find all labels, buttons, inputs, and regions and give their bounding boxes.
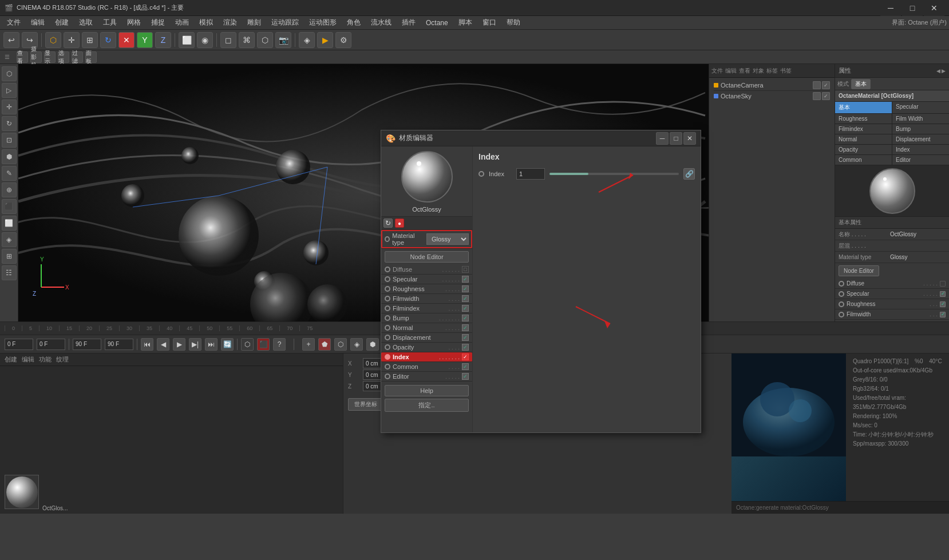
diffuse-check[interactable]	[940, 281, 946, 287]
sky-vis[interactable]	[813, 92, 821, 100]
mat-editor-titlebar[interactable]: 🎨 材质编辑器 ─ □ ✕	[381, 130, 701, 146]
tab-basic[interactable]: 基本	[835, 102, 892, 113]
render-help-btn[interactable]: ?	[273, 338, 286, 351]
render-region-btn[interactable]: ⬡	[241, 338, 254, 351]
add-keyframe-btn[interactable]: +	[302, 338, 315, 351]
anim-edit[interactable]: 编辑	[22, 355, 34, 364]
ch-displacement[interactable]: Displacement ✓	[381, 333, 472, 343]
index-slider[interactable]	[549, 173, 679, 175]
mode-icon-9[interactable]: ⬛	[2, 199, 17, 214]
menu-create[interactable]: 创建	[50, 17, 73, 29]
walk-through-btn[interactable]: ⬢	[366, 338, 379, 351]
ch-filmwidth-check[interactable]: ✓	[462, 295, 469, 302]
menu-help[interactable]: 帮助	[502, 17, 525, 29]
scene-file-btn[interactable]: 文件	[711, 67, 723, 75]
props-roughness-item[interactable]: Roughness . . . ✓	[835, 299, 949, 309]
mat-type-radio[interactable]	[385, 236, 390, 242]
axis-z-tool[interactable]: Z	[155, 32, 171, 48]
mat-assign-btn[interactable]: 指定..	[385, 399, 469, 412]
ch-normal[interactable]: Normal . . . . . ✓	[381, 323, 472, 333]
ch-index[interactable]: Index . . . . . . . ✓	[381, 352, 472, 362]
menu-sculpt[interactable]: 雕刻	[243, 17, 266, 29]
ch-diffuse[interactable]: Diffuse . . . . . . □	[381, 265, 472, 275]
ch-normal-radio[interactable]	[385, 325, 390, 331]
view-btn[interactable]: 查看	[17, 51, 28, 63]
render-btn[interactable]: ▶	[317, 32, 333, 48]
menu-sim[interactable]: 模拟	[195, 17, 218, 29]
sky-check[interactable]: ✓	[822, 92, 830, 100]
scene-view-btn[interactable]: 查看	[739, 67, 750, 75]
mode-icon-3[interactable]: ✛	[2, 100, 17, 114]
scene-obj-btn[interactable]: 对象	[753, 67, 764, 75]
ch-opacity-check[interactable]: ✓	[462, 344, 469, 351]
mode-icon-2[interactable]: ▷	[2, 83, 17, 98]
ch-diffuse-radio[interactable]	[385, 267, 390, 272]
roughness-check[interactable]: ✓	[940, 301, 946, 307]
mode-icon-7[interactable]: ✎	[2, 166, 17, 181]
tab-bump[interactable]: Bump	[892, 124, 949, 134]
mat-thumbnail[interactable]	[5, 475, 39, 509]
nurbs-tool[interactable]: ⌘	[239, 32, 255, 48]
mat-editor-maximize[interactable]: □	[670, 132, 682, 145]
display-tool[interactable]: ◈	[299, 32, 315, 48]
mode-icon-8[interactable]: ⊕	[2, 182, 17, 197]
menu-motion-track[interactable]: 运动跟踪	[267, 17, 303, 29]
motion-clip-btn[interactable]: ◈	[350, 338, 363, 351]
ch-diffuse-check[interactable]: □	[462, 266, 469, 273]
mode-basic[interactable]: 基本	[851, 79, 871, 89]
ch-editor-radio[interactable]	[385, 374, 390, 379]
select-tool[interactable]: ⬡	[45, 32, 61, 48]
mode-icon-11[interactable]: ◈	[2, 232, 17, 247]
auto-key-btn[interactable]: ⬡	[334, 338, 347, 351]
next-frame-btn[interactable]: ▶|	[189, 338, 201, 351]
scene-book-btn[interactable]: 书签	[780, 67, 792, 75]
index-connect-btn[interactable]: 🔗	[683, 168, 695, 180]
mat-type-select[interactable]: Glossy Diffuse Specular	[426, 233, 469, 245]
mat-editor-close[interactable]: ✕	[683, 132, 696, 145]
ch-bump-radio[interactable]	[385, 315, 390, 321]
tab-opacity[interactable]: Opacity	[835, 145, 892, 154]
mat-refresh-btn[interactable]: ↻	[383, 219, 393, 228]
mat-help-btn[interactable]: Help	[385, 385, 469, 396]
props-diffuse-item[interactable]: Diffuse . . . . .	[835, 279, 949, 289]
camera-tool[interactable]: 📷	[275, 32, 291, 48]
ch-roughness[interactable]: Roughness . . . . . ✓	[381, 284, 472, 294]
scale-tool[interactable]: ⊞	[82, 32, 98, 48]
props-arrow-left[interactable]: ◀	[936, 68, 940, 74]
mat-color-btn[interactable]: ●	[395, 219, 404, 228]
minimize-button[interactable]: ─	[880, 0, 901, 16]
frame-total-field[interactable]	[105, 339, 133, 350]
tab-roughness[interactable]: Roughness	[835, 114, 892, 124]
specular-radio[interactable]	[839, 291, 844, 297]
mode-icon-13[interactable]: ☷	[2, 265, 17, 280]
ch-specular[interactable]: Specular . . . . . . ✓	[381, 275, 472, 284]
ch-specular-radio[interactable]	[385, 276, 390, 282]
props-filmwidth-item[interactable]: Filmwidth . . . ✓	[835, 309, 949, 320]
octane-sky-item[interactable]: OctaneSky ✓	[714, 91, 830, 101]
index-row-radio[interactable]	[479, 171, 484, 177]
mat-editor-minimize[interactable]: ─	[656, 132, 669, 145]
mode-icon-12[interactable]: ⊞	[2, 249, 17, 264]
ch-roughness-check[interactable]: ✓	[462, 285, 469, 292]
ch-filmwidth-radio[interactable]	[385, 296, 390, 301]
roughness-radio[interactable]	[839, 301, 844, 307]
diffuse-radio[interactable]	[839, 281, 844, 287]
index-value-input[interactable]	[516, 168, 545, 180]
option-btn[interactable]: 选项	[58, 51, 69, 63]
undo-btn[interactable]: ↩	[3, 32, 19, 48]
menu-window[interactable]: 窗口	[478, 17, 501, 29]
ch-specular-check[interactable]: ✓	[462, 276, 469, 283]
octane-camera-item[interactable]: OctaneCamera ✓	[714, 80, 830, 91]
mode-icon-4[interactable]: ↻	[2, 116, 17, 131]
props-arrow-right[interactable]: ▶	[942, 68, 946, 74]
frame-end-field[interactable]	[73, 339, 101, 350]
mode-icon-1[interactable]: ⬡	[2, 66, 17, 81]
play-btn[interactable]: ▶	[173, 338, 185, 351]
scene-edit-btn[interactable]: 编辑	[725, 67, 737, 75]
filmwidth-radio[interactable]	[839, 312, 844, 317]
tab-editor[interactable]: Editor	[892, 155, 949, 165]
specular-check[interactable]: ✓	[940, 291, 946, 297]
menu-select[interactable]: 选取	[74, 17, 97, 29]
parent-tool[interactable]: ⬜	[179, 32, 195, 48]
ch-index-check[interactable]: ✓	[462, 354, 469, 360]
